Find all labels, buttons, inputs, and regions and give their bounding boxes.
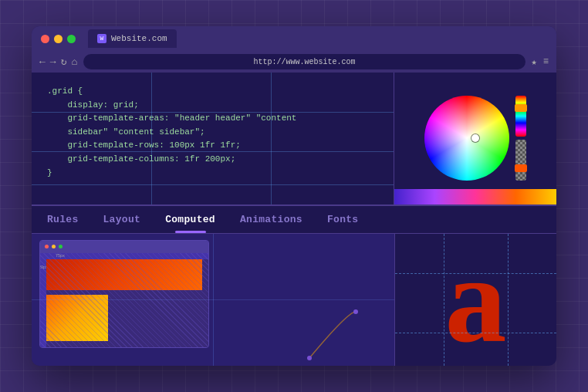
tab-layout[interactable]: Layout bbox=[91, 211, 154, 228]
horizontal-guide-1 bbox=[32, 299, 394, 300]
tab-rules[interactable]: Rules bbox=[47, 211, 91, 228]
forward-icon[interactable]: → bbox=[50, 56, 56, 68]
guide-v-left bbox=[444, 234, 444, 367]
grid-line-horizontal-3 bbox=[32, 184, 394, 185]
color-picker bbox=[424, 96, 526, 181]
hue-slider[interactable] bbox=[515, 96, 526, 137]
hue-slider-thumb[interactable] bbox=[515, 104, 527, 112]
menu-icon[interactable]: ≡ bbox=[543, 56, 549, 67]
browser-tab[interactable]: W Website.com bbox=[88, 29, 177, 48]
mini-minimize-dot bbox=[52, 245, 56, 248]
browser-content: .grid { display: grid; grid-template-are… bbox=[32, 73, 556, 366]
letter-a-display: a bbox=[445, 238, 507, 361]
browser-chrome: W Website.com ← → ↻ ⌂ http://www.website… bbox=[32, 26, 556, 73]
color-sliders bbox=[515, 96, 526, 181]
mini-browser-chrome bbox=[40, 241, 208, 253]
tab-animations[interactable]: Animations bbox=[228, 211, 315, 228]
color-wheel[interactable] bbox=[424, 96, 509, 181]
alpha-slider[interactable] bbox=[515, 140, 526, 181]
color-swatch-bar bbox=[394, 189, 556, 204]
color-wheel-panel bbox=[394, 73, 556, 205]
home-icon[interactable]: ⌂ bbox=[71, 56, 77, 68]
typography-panel: a bbox=[394, 234, 556, 367]
mini-close-dot bbox=[45, 245, 49, 248]
back-icon[interactable]: ← bbox=[39, 56, 46, 68]
color-wheel-selector[interactable] bbox=[471, 134, 479, 142]
browser-window: W Website.com ← → ↻ ⌂ http://www.website… bbox=[32, 26, 556, 366]
address-text: http://www.website.com bbox=[253, 58, 355, 66]
refresh-icon[interactable]: ↻ bbox=[61, 56, 67, 68]
address-bar-row: ← → ↻ ⌂ http://www.website.com ★ ≡ bbox=[32, 51, 556, 73]
guide-h-top bbox=[395, 273, 556, 274]
svg-point-1 bbox=[353, 309, 358, 314]
tab-fonts[interactable]: Fonts bbox=[315, 211, 371, 228]
address-actions: ★ ≡ bbox=[532, 56, 549, 68]
bezier-curve bbox=[302, 304, 363, 366]
close-button[interactable] bbox=[41, 35, 49, 43]
layout-preview-panel: 75px 28px bbox=[32, 234, 394, 367]
tab-computed[interactable]: Computed bbox=[153, 211, 228, 228]
title-bar: W Website.com bbox=[32, 26, 556, 51]
maximize-button[interactable] bbox=[67, 35, 76, 43]
devtools-tabs: Rules Layout Computed Animations Fonts bbox=[32, 205, 556, 234]
minimize-button[interactable] bbox=[54, 35, 63, 43]
guide-h-bottom bbox=[395, 333, 556, 333]
traffic-lights bbox=[41, 35, 76, 43]
tab-label: Website.com bbox=[111, 34, 167, 43]
css-code: .grid { display: grid; grid-template-are… bbox=[47, 85, 378, 180]
bookmark-icon[interactable]: ★ bbox=[532, 56, 537, 68]
nav-buttons: ← → ↻ ⌂ bbox=[39, 56, 77, 68]
website-icon: W bbox=[97, 34, 106, 43]
address-input[interactable]: http://www.website.com bbox=[83, 54, 525, 69]
guide-v-right bbox=[508, 234, 509, 367]
mini-browser-preview: 75px 28px bbox=[39, 240, 209, 348]
mini-maximize-dot bbox=[59, 245, 63, 248]
code-panel: .grid { display: grid; grid-template-are… bbox=[32, 73, 394, 205]
svg-point-0 bbox=[307, 356, 312, 360]
alpha-slider-thumb[interactable] bbox=[515, 164, 527, 172]
